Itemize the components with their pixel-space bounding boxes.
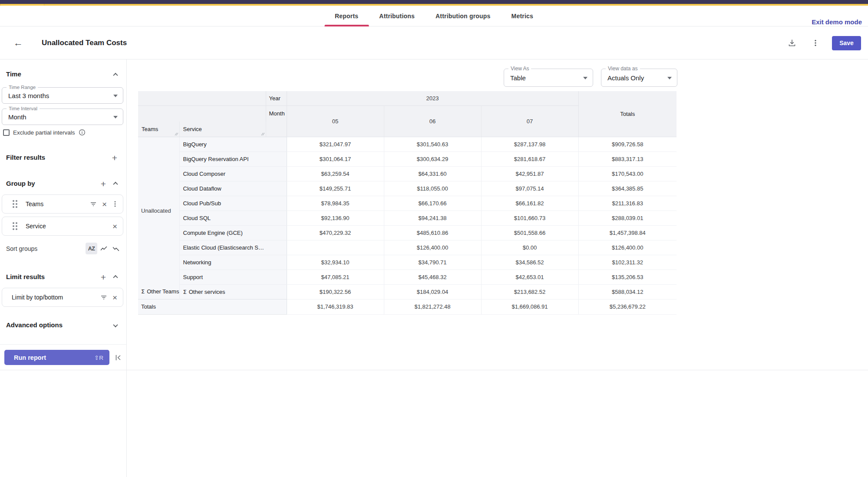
remove-group-icon[interactable]: ×: [111, 222, 119, 230]
remove-limit-icon[interactable]: ×: [111, 293, 119, 302]
view-data-as-select[interactable]: View data as Actuals Only: [601, 69, 677, 87]
table-row: Compute Engine (GCE)$470,229.32$485,610.…: [138, 225, 677, 240]
tab-attributions[interactable]: Attributions: [369, 6, 425, 26]
sigma-icon: Σ: [183, 289, 187, 295]
exclude-partial-intervals-label: Exclude partial intervals: [13, 129, 75, 136]
value-cell: $64,331.60: [384, 166, 481, 181]
collapse-sidebar-button[interactable]: [114, 353, 122, 362]
totals-row-label: Totals: [138, 299, 287, 314]
dropdown-arrow-icon: [113, 116, 118, 118]
table-row: Cloud Pub/Sub$78,984.35$66,170.66$66,161…: [138, 196, 677, 211]
table-header-year-row: Year 2023 Totals: [138, 91, 677, 105]
group-by-item-service[interactable]: Service ×: [2, 217, 123, 236]
advanced-options-expand-button[interactable]: [110, 320, 121, 331]
time-interval-value: Month: [8, 109, 26, 125]
exclude-partial-intervals-checkbox[interactable]: [3, 129, 10, 136]
time-range-value: Last 3 months: [8, 88, 49, 103]
totals-row: Totals $1,746,319.83 $1,821,272.48 $1,66…: [138, 299, 677, 314]
group-by-item-teams[interactable]: Teams ×: [2, 194, 123, 214]
teams-header-label: Teams: [142, 126, 158, 132]
run-report-button[interactable]: Run report ⇧R: [4, 350, 109, 365]
table-row: Networking$32,934.10$34,790.71$34,586.52…: [138, 255, 677, 270]
month-column-header[interactable]: 06: [384, 105, 481, 137]
value-cell: $883,317.13: [578, 151, 677, 166]
kebab-menu-icon[interactable]: [112, 201, 119, 207]
back-arrow-icon: ←: [13, 37, 23, 49]
sort-descending-button[interactable]: [110, 243, 122, 254]
value-cell: $501,558.66: [481, 225, 578, 240]
sort-ascending-button[interactable]: [98, 243, 109, 254]
group-item-label: Teams: [26, 201, 89, 207]
chevron-down-icon: [113, 322, 118, 327]
column-resize-handle-icon[interactable]: [175, 132, 178, 136]
download-button[interactable]: [785, 36, 799, 50]
more-options-button[interactable]: [809, 36, 822, 50]
value-cell: $485,610.86: [384, 225, 481, 240]
advanced-options-heading: Advanced options: [6, 321, 63, 329]
run-report-label: Run report: [14, 354, 94, 361]
view-as-select[interactable]: View As Table: [504, 69, 593, 87]
value-cell: $94,241.38: [384, 211, 481, 225]
top-nav-bar: Reports Attributions Attribution groups …: [0, 6, 868, 26]
dropdown-arrow-icon: [113, 95, 118, 97]
plus-icon: +: [112, 153, 117, 162]
year-label-cell: Year: [266, 91, 287, 105]
sort-alphabetical-button[interactable]: AZ: [86, 243, 97, 254]
filter-icon[interactable]: [100, 293, 108, 301]
back-button[interactable]: ←: [11, 36, 25, 50]
value-cell: $0.00: [481, 240, 578, 255]
drag-handle-icon[interactable]: [13, 200, 14, 202]
teams-column-header[interactable]: Teams: [138, 122, 179, 137]
time-range-select[interactable]: Time Range Last 3 months: [2, 87, 123, 104]
time-section-heading: Time: [6, 70, 21, 78]
report-table: Year 2023 Totals Month 05 06 07 Teams: [138, 91, 677, 315]
month-column-header[interactable]: 05: [287, 105, 384, 137]
other-services-cell: ΣOther services: [179, 284, 287, 299]
value-cell: $588,034.12: [578, 284, 677, 299]
tab-metrics[interactable]: Metrics: [501, 6, 544, 26]
value-cell: $170,543.00: [578, 166, 677, 181]
value-cell: $909,726.58: [578, 137, 677, 151]
save-button[interactable]: Save: [832, 36, 861, 50]
group-by-collapse-button[interactable]: [110, 178, 121, 189]
sort-groups-row: Sort groups AZ: [6, 243, 122, 254]
dropdown-arrow-icon: [667, 77, 672, 79]
add-group-button[interactable]: +: [98, 178, 109, 189]
summary-rows: ΣOther Teams ΣOther services $190,322.56…: [138, 284, 677, 314]
card-icons: ×: [89, 200, 123, 208]
month-column-header[interactable]: 07: [481, 105, 578, 137]
time-collapse-button[interactable]: [110, 69, 121, 80]
tab-reports[interactable]: Reports: [324, 6, 369, 26]
column-resize-handle-icon[interactable]: [261, 132, 265, 136]
add-limit-button[interactable]: +: [98, 271, 109, 283]
add-filter-button[interactable]: +: [109, 152, 120, 163]
service-name-cell: Cloud SQL: [179, 211, 287, 225]
remove-group-icon[interactable]: ×: [101, 200, 108, 208]
service-column-header[interactable]: Service: [179, 122, 266, 137]
limit-by-top-bottom-card[interactable]: Limit by top/bottom ×: [2, 288, 123, 307]
table-row: Support$47,085.21$45,468.32$42,653.01$13…: [138, 270, 677, 284]
table-row: Cloud SQL$92,136.90$94,241.38$101,660.73…: [138, 211, 677, 225]
value-cell: $66,161.82: [481, 196, 578, 211]
service-name-cell: Elastic Cloud (Elasticsearch S…: [179, 240, 287, 255]
other-teams-cell: ΣOther Teams: [138, 284, 179, 299]
totals-column-header[interactable]: Totals: [578, 91, 677, 137]
limit-collapse-button[interactable]: [110, 271, 121, 283]
month-label-cell: Month: [266, 105, 287, 122]
run-report-shortcut: ⇧R: [94, 354, 103, 361]
value-cell: $364,385.85: [578, 181, 677, 196]
time-interval-select[interactable]: Time Interval Month: [2, 109, 123, 125]
download-icon: [788, 39, 796, 47]
other-services-label: Other services: [189, 289, 225, 295]
view-data-as-value: Actuals Only: [607, 69, 644, 86]
table-row: Cloud Composer$63,259.54$64,331.60$42,95…: [138, 166, 677, 181]
value-cell: $190,322.56: [287, 284, 384, 299]
browser-top-strip: [0, 0, 868, 4]
filter-icon[interactable]: [89, 200, 97, 208]
total-value-cell: $1,821,272.48: [384, 299, 481, 314]
drag-handle-icon[interactable]: [13, 222, 14, 224]
sigma-icon: Σ: [141, 288, 145, 295]
service-name-cell: BigQuery Reservation API: [179, 151, 287, 166]
kebab-menu-icon: [812, 39, 819, 47]
tab-attribution-groups[interactable]: Attribution groups: [425, 6, 501, 26]
